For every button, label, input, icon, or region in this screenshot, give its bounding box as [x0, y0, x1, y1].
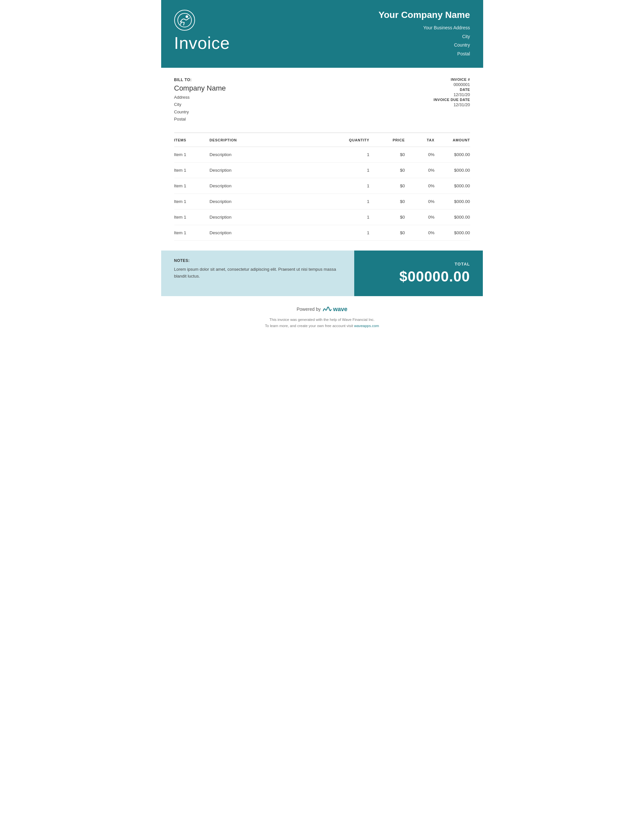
footer-note: This invoice was generated with the help… [174, 317, 470, 330]
company-city: City [378, 32, 470, 41]
total-amount: $00000.00 [399, 268, 470, 285]
company-logo [174, 10, 195, 31]
powered-by-row: Powered by wave [174, 306, 470, 313]
invoice-meta: INVOICE # 0000001 DATE 12/31/20 INVOICE … [427, 78, 470, 108]
cell-tax: 0% [405, 147, 435, 162]
items-table: ITEMS DESCRIPTION QUANTITY PRICE TAX AMO… [174, 133, 470, 241]
cell-quantity: 1 [328, 194, 369, 209]
company-country: Country [378, 41, 470, 50]
powered-by-text: Powered by [297, 307, 321, 312]
cell-quantity: 1 [328, 162, 369, 178]
col-header-tax: TAX [405, 133, 435, 147]
cell-item: Item 1 [174, 178, 210, 194]
invoice-number-value: 0000001 [444, 82, 470, 87]
table-header-row: ITEMS DESCRIPTION QUANTITY PRICE TAX AMO… [174, 133, 470, 147]
col-header-price: PRICE [369, 133, 405, 147]
cell-item: Item 1 [174, 147, 210, 162]
client-country: Country [174, 108, 226, 116]
cell-price: $0 [369, 178, 405, 194]
wave-icon [323, 306, 332, 312]
wave-brand-text: wave [333, 306, 347, 313]
table-row: Item 1 Description 1 $0 0% $000.00 [174, 194, 470, 209]
header-right: Your Company Name Your Business Address … [378, 10, 470, 58]
total-panel: TOTAL $00000.00 [354, 251, 483, 296]
col-header-description: DESCRIPTION [210, 133, 328, 147]
invoice-number-value-row: 0000001 [427, 82, 470, 87]
header-left: Invoice [174, 10, 230, 52]
invoice-number-label: INVOICE # [451, 78, 470, 81]
cell-description: Description [210, 225, 328, 241]
wave-logo: wave [323, 306, 347, 313]
powered-by-section: Powered by wave This invoice was generat… [161, 296, 483, 336]
due-date-label: INVOICE DUE DATE [434, 98, 470, 102]
bill-to-block: BILL TO: Company Name Address City Count… [174, 78, 226, 123]
cell-amount: $000.00 [434, 209, 470, 225]
billing-section: BILL TO: Company Name Address City Count… [161, 68, 483, 126]
notes-text: Lorem ipsum dolor sit amet, consectetur … [174, 266, 344, 280]
cell-quantity: 1 [328, 147, 369, 162]
cell-item: Item 1 [174, 209, 210, 225]
cell-description: Description [210, 178, 328, 194]
table-row: Item 1 Description 1 $0 0% $000.00 [174, 209, 470, 225]
table-row: Item 1 Description 1 $0 0% $000.00 [174, 147, 470, 162]
cell-description: Description [210, 194, 328, 209]
date-value-row: 12/31/20 [427, 92, 470, 97]
col-header-amount: AMOUNT [434, 133, 470, 147]
cell-price: $0 [369, 162, 405, 178]
cell-amount: $000.00 [434, 147, 470, 162]
cell-quantity: 1 [328, 178, 369, 194]
cell-description: Description [210, 147, 328, 162]
notes-label: NOTES: [174, 259, 344, 263]
client-address: Address [174, 94, 226, 101]
col-header-items: ITEMS [174, 133, 210, 147]
date-value: 12/31/20 [444, 92, 470, 97]
logo-icon [177, 13, 192, 28]
invoice-header: Invoice Your Company Name Your Business … [161, 0, 483, 68]
cell-price: $0 [369, 194, 405, 209]
cell-tax: 0% [405, 209, 435, 225]
cell-amount: $000.00 [434, 162, 470, 178]
total-label: TOTAL [455, 262, 470, 267]
cell-amount: $000.00 [434, 194, 470, 209]
cell-price: $0 [369, 209, 405, 225]
table-row: Item 1 Description 1 $0 0% $000.00 [174, 178, 470, 194]
svg-point-1 [186, 15, 188, 18]
wave-website-link[interactable]: waveapps.com [354, 324, 379, 328]
notes-panel: NOTES: Lorem ipsum dolor sit amet, conse… [161, 251, 354, 296]
cell-description: Description [210, 209, 328, 225]
date-label-row: DATE [427, 87, 470, 92]
invoice-number-row: INVOICE # [427, 78, 470, 81]
bill-to-label: BILL TO: [174, 78, 226, 82]
footer-section: NOTES: Lorem ipsum dolor sit amet, conse… [161, 251, 483, 296]
footer-note-line2-text: To learn more, and create your own free … [265, 324, 353, 328]
cell-price: $0 [369, 147, 405, 162]
footer-note-line1: This invoice was generated with the help… [174, 317, 470, 323]
cell-price: $0 [369, 225, 405, 241]
table-row: Item 1 Description 1 $0 0% $000.00 [174, 225, 470, 241]
cell-tax: 0% [405, 194, 435, 209]
cell-tax: 0% [405, 225, 435, 241]
col-header-quantity: QUANTITY [328, 133, 369, 147]
footer-area: NOTES: Lorem ipsum dolor sit amet, conse… [161, 251, 483, 296]
cell-quantity: 1 [328, 209, 369, 225]
due-date-label-row: INVOICE DUE DATE [427, 98, 470, 102]
table-row: Item 1 Description 1 $0 0% $000.00 [174, 162, 470, 178]
company-address: Your Business Address [378, 23, 470, 32]
svg-point-0 [178, 13, 191, 27]
client-city: City [174, 101, 226, 108]
cell-item: Item 1 [174, 194, 210, 209]
due-date-value: 12/31/20 [444, 102, 470, 107]
cell-quantity: 1 [328, 225, 369, 241]
footer-note-line2: To learn more, and create your own free … [174, 323, 470, 330]
cell-amount: $000.00 [434, 225, 470, 241]
cell-amount: $000.00 [434, 178, 470, 194]
cell-description: Description [210, 162, 328, 178]
cell-item: Item 1 [174, 225, 210, 241]
invoice-title: Invoice [174, 34, 230, 52]
company-postal: Postal [378, 50, 470, 58]
client-name: Company Name [174, 84, 226, 92]
due-date-value-row: 12/31/20 [427, 102, 470, 107]
company-name: Your Company Name [378, 10, 470, 20]
date-label: DATE [460, 87, 470, 92]
client-postal: Postal [174, 116, 226, 123]
